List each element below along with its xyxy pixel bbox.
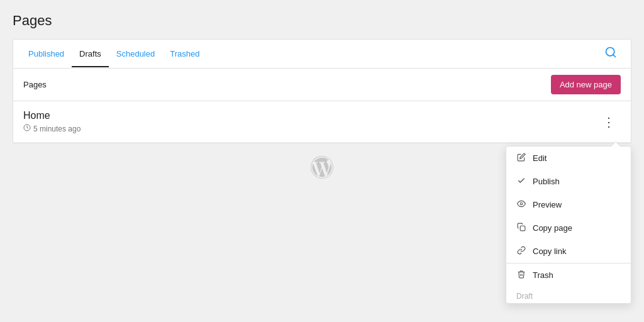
context-menu-edit-label: Edit: [533, 153, 547, 163]
copy-page-icon: [516, 223, 526, 233]
context-menu-trash-label: Trash: [533, 270, 553, 280]
panel-header: Pages Add new page: [13, 69, 631, 101]
content-panel: Pages Add new page Home 5 minutes ago ⋮: [13, 69, 631, 143]
tab-drafts[interactable]: Drafts: [72, 40, 109, 67]
link-icon: [516, 246, 526, 257]
page-row-title: Home: [23, 110, 80, 121]
context-menu-copy-page-label: Copy page: [533, 223, 572, 233]
page-title: Pages: [13, 13, 631, 29]
context-menu-edit[interactable]: Edit: [506, 147, 631, 170]
page-row-info: Home 5 minutes ago: [23, 110, 80, 133]
tab-trashed[interactable]: Trashed: [162, 40, 207, 67]
context-menu-copy-link[interactable]: Copy link: [506, 240, 631, 263]
tabs-bar: Published Drafts Scheduled Trashed: [13, 39, 631, 69]
page-row-time: 5 minutes ago: [33, 125, 80, 133]
context-menu: Edit Publish Preview Copy page: [506, 146, 631, 304]
context-menu-preview-label: Preview: [533, 200, 562, 209]
svg-point-3: [520, 203, 523, 205]
context-menu-publish[interactable]: Publish: [506, 170, 631, 193]
context-menu-trash[interactable]: Trash: [506, 263, 631, 287]
context-menu-footer: Draft: [506, 287, 631, 303]
add-new-page-button[interactable]: Add new page: [551, 75, 621, 94]
context-menu-copy-link-label: Copy link: [533, 247, 566, 256]
clock-icon: [23, 124, 31, 133]
page-row-meta: 5 minutes ago: [23, 124, 80, 133]
context-menu-preview[interactable]: Preview: [506, 193, 631, 216]
panel-header-label: Pages: [23, 80, 47, 89]
tab-published[interactable]: Published: [21, 40, 72, 67]
search-icon[interactable]: [598, 40, 623, 68]
check-icon: [516, 176, 526, 187]
context-menu-publish-label: Publish: [533, 177, 560, 186]
more-options-button[interactable]: ⋮: [597, 113, 621, 131]
eye-icon: [516, 199, 526, 210]
edit-icon: [516, 153, 526, 164]
table-row: Home 5 minutes ago ⋮: [13, 101, 631, 143]
trash-icon: [516, 270, 526, 280]
wordpress-logo: [311, 156, 333, 179]
context-menu-copy-page[interactable]: Copy page: [506, 216, 631, 240]
svg-rect-4: [520, 226, 525, 231]
tab-scheduled[interactable]: Scheduled: [109, 40, 162, 67]
svg-line-1: [613, 55, 616, 57]
tabs-list: Published Drafts Scheduled Trashed: [21, 40, 598, 67]
